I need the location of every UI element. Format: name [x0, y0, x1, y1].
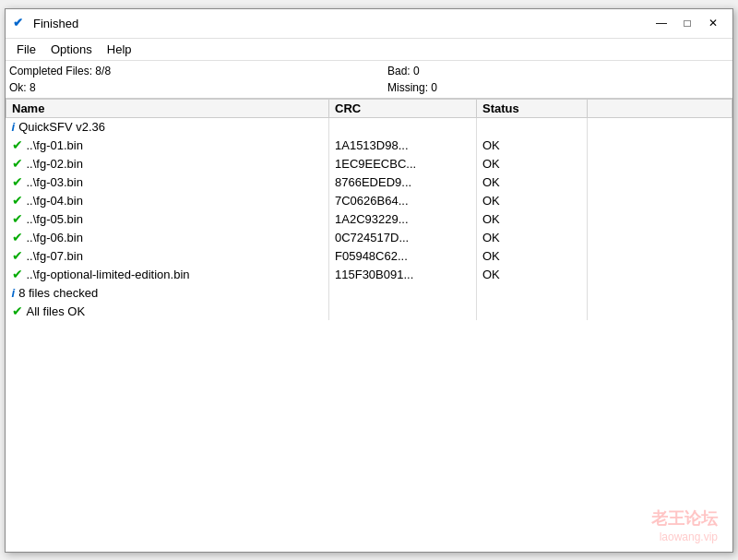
- table-row: i8 files checked: [6, 283, 732, 302]
- check-icon: ✔: [12, 248, 23, 263]
- file-crc: [329, 302, 477, 320]
- file-name: ..\fg-optional-limited-edition.bin: [27, 268, 190, 281]
- info-icon: i: [12, 286, 16, 300]
- file-status: OK: [477, 209, 588, 228]
- close-button[interactable]: ✕: [701, 13, 725, 33]
- completed-files-label: Completed Files: 8/8: [9, 63, 351, 79]
- file-name-cell: i8 files checked: [6, 283, 329, 302]
- file-name: ..\fg-06.bin: [27, 231, 83, 244]
- table-row: ✔..\fg-optional-limited-edition.bin115F3…: [6, 265, 732, 283]
- file-name: ..\fg-02.bin: [27, 157, 83, 171]
- table-row: ✔..\fg-03.bin8766EDED9...OK: [6, 173, 732, 191]
- table-row: ✔..\fg-02.bin1EC9EECBC...OK: [6, 154, 732, 173]
- file-table: Name CRC Status iQuickSFV v2.36✔..\fg-01…: [6, 99, 732, 321]
- file-extra: [588, 283, 732, 302]
- file-extra: [588, 117, 732, 136]
- file-name: ..\fg-04.bin: [27, 194, 83, 208]
- file-extra: [588, 246, 732, 265]
- file-extra: [588, 191, 732, 209]
- table-row: ✔All files OK: [6, 302, 732, 320]
- table-row: ✔..\fg-07.binF05948C62...OK: [6, 246, 732, 265]
- file-list-container[interactable]: Name CRC Status iQuickSFV v2.36✔..\fg-01…: [6, 99, 732, 552]
- menu-help[interactable]: Help: [100, 41, 139, 58]
- file-name-cell: ✔..\fg-04.bin: [6, 191, 329, 209]
- missing-label: Missing: 0: [351, 79, 729, 96]
- check-icon: ✔: [12, 267, 23, 281]
- status-row-1: Completed Files: 8/8 Bad: 0: [9, 63, 729, 79]
- file-name-cell: ✔..\fg-02.bin: [6, 154, 329, 173]
- file-status: [477, 302, 588, 320]
- file-name-cell: ✔..\fg-01.bin: [6, 136, 329, 154]
- file-extra: [588, 154, 732, 173]
- check-icon: ✔: [12, 193, 23, 208]
- window-controls: — □ ✕: [649, 13, 725, 33]
- status-bar: Completed Files: 8/8 Bad: 0 Ok: 8 Missin…: [6, 61, 732, 99]
- table-row: ✔..\fg-04.bin7C0626B64...OK: [6, 191, 732, 209]
- maximize-button[interactable]: □: [675, 13, 699, 33]
- table-row: ✔..\fg-05.bin1A2C93229...OK: [6, 209, 732, 228]
- file-name-cell: ✔..\fg-optional-limited-edition.bin: [6, 265, 329, 283]
- ok-label: Ok: 8: [9, 79, 351, 96]
- col-header-extra: [588, 99, 732, 117]
- table-row: ✔..\fg-01.bin1A1513D98...OK: [6, 136, 732, 154]
- file-crc: [329, 283, 477, 302]
- file-crc: 8766EDED9...: [329, 173, 477, 191]
- file-name-cell: ✔..\fg-05.bin: [6, 209, 329, 228]
- file-name: All files OK: [27, 304, 86, 318]
- file-extra: [588, 209, 732, 228]
- file-status: OK: [477, 136, 588, 154]
- file-crc: 1A1513D98...: [329, 136, 477, 154]
- file-crc: 7C0626B64...: [329, 191, 477, 209]
- file-status: OK: [477, 246, 588, 265]
- check-icon: ✔: [12, 304, 23, 318]
- table-header-row: Name CRC Status: [6, 99, 732, 117]
- menu-bar: File Options Help: [6, 39, 732, 61]
- file-status: OK: [477, 265, 588, 283]
- window-icon: ✔: [13, 16, 28, 30]
- check-icon: ✔: [12, 230, 23, 244]
- file-extra: [588, 265, 732, 283]
- file-name-cell: ✔..\fg-03.bin: [6, 173, 329, 191]
- file-extra: [588, 228, 732, 246]
- col-header-status: Status: [477, 99, 588, 117]
- title-bar: ✔ Finished — □ ✕: [6, 9, 732, 39]
- file-crc: 1A2C93229...: [329, 209, 477, 228]
- col-header-crc: CRC: [329, 99, 477, 117]
- file-table-body: iQuickSFV v2.36✔..\fg-01.bin1A1513D98...…: [6, 117, 732, 320]
- file-crc: F05948C62...: [329, 246, 477, 265]
- table-row: iQuickSFV v2.36: [6, 117, 732, 136]
- file-status: OK: [477, 228, 588, 246]
- file-name: 8 files checked: [18, 286, 98, 300]
- file-status: [477, 283, 588, 302]
- check-icon: ✔: [12, 211, 23, 226]
- file-crc: 0C724517D...: [329, 228, 477, 246]
- file-name: ..\fg-05.bin: [27, 212, 83, 226]
- file-status: OK: [477, 173, 588, 191]
- file-crc: 115F30B091...: [329, 265, 477, 283]
- status-row-2: Ok: 8 Missing: 0: [9, 79, 729, 96]
- col-header-name: Name: [6, 99, 329, 117]
- menu-options[interactable]: Options: [43, 41, 100, 58]
- menu-file[interactable]: File: [9, 41, 43, 58]
- file-name: ..\fg-01.bin: [27, 138, 83, 152]
- file-crc: 1EC9EECBC...: [329, 154, 477, 173]
- minimize-button[interactable]: —: [649, 13, 673, 33]
- table-row: ✔..\fg-06.bin0C724517D...OK: [6, 228, 732, 246]
- file-extra: [588, 136, 732, 154]
- file-name-cell: ✔..\fg-06.bin: [6, 228, 329, 246]
- file-crc: [329, 117, 477, 136]
- bad-label: Bad: 0: [351, 63, 729, 79]
- file-status: OK: [477, 154, 588, 173]
- check-icon: ✔: [12, 174, 23, 189]
- file-name: QuickSFV v2.36: [18, 120, 105, 134]
- file-status: [477, 117, 588, 136]
- file-name: ..\fg-03.bin: [27, 175, 83, 189]
- file-name-cell: ✔All files OK: [6, 302, 329, 320]
- info-icon: i: [12, 120, 16, 134]
- main-window: ✔ Finished — □ ✕ File Options Help Compl…: [5, 8, 733, 553]
- window-title: Finished: [33, 17, 649, 30]
- file-extra: [588, 173, 732, 191]
- file-status: OK: [477, 191, 588, 209]
- file-name-cell: iQuickSFV v2.36: [6, 117, 329, 136]
- check-icon: ✔: [12, 137, 23, 152]
